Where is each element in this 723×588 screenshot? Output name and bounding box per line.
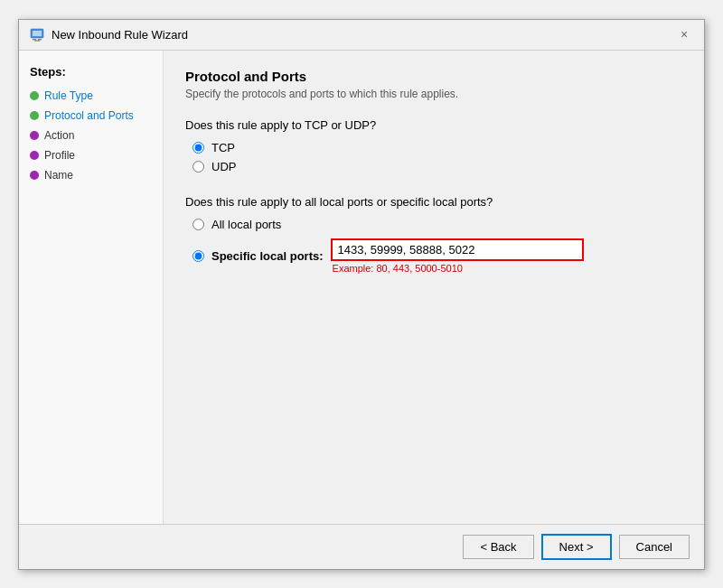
specific-ports-option[interactable]: Specific local ports:	[192, 249, 324, 263]
specific-ports-label: Specific local ports:	[211, 249, 324, 263]
protocol-radio-group: TCP UDP	[185, 141, 682, 173]
titlebar: New Inbound Rule Wizard ×	[19, 20, 704, 51]
titlebar-left: New Inbound Rule Wizard	[30, 27, 188, 42]
ports-section: Does this rule apply to all local ports …	[185, 195, 682, 274]
sidebar-item-rule-type[interactable]: Rule Type	[19, 86, 163, 106]
svg-rect-4	[34, 41, 40, 42]
step-indicator-rule-type	[30, 91, 39, 100]
svg-rect-3	[38, 39, 42, 41]
tcp-radio[interactable]	[192, 142, 204, 154]
sidebar-label-action: Action	[44, 129, 74, 142]
ports-question: Does this rule apply to all local ports …	[185, 195, 682, 209]
sidebar-item-name[interactable]: Name	[19, 165, 163, 185]
all-local-radio[interactable]	[192, 219, 204, 230]
footer: < Back Next > Cancel	[19, 524, 704, 569]
tcp-option[interactable]: TCP	[192, 141, 682, 154]
step-indicator-profile	[30, 151, 39, 160]
udp-label: UDP	[211, 160, 236, 173]
next-button[interactable]: Next >	[541, 534, 612, 560]
cancel-button[interactable]: Cancel	[619, 535, 690, 559]
step-indicator-protocol-ports	[30, 111, 39, 120]
main-panel: Protocol and Ports Specify the protocols…	[164, 51, 704, 524]
step-indicator-name	[30, 171, 39, 180]
page-subtitle: Specify the protocols and ports to which…	[185, 88, 682, 100]
sidebar-item-protocol-ports[interactable]: Protocol and Ports	[19, 106, 163, 126]
close-button[interactable]: ×	[675, 25, 693, 43]
ports-input-wrapper: Example: 80, 443, 5000-5010	[331, 238, 584, 274]
sidebar-label-profile: Profile	[44, 149, 75, 162]
wizard-icon	[30, 27, 44, 42]
titlebar-title: New Inbound Rule Wizard	[52, 28, 188, 42]
page-title: Protocol and Ports	[185, 69, 682, 84]
sidebar-label-protocol-ports: Protocol and Ports	[44, 109, 134, 122]
specific-ports-row: Specific local ports: Example: 80, 443, …	[192, 238, 682, 274]
content-area: Steps: Rule Type Protocol and Ports Acti…	[19, 51, 704, 524]
svg-rect-2	[33, 39, 36, 41]
ports-input[interactable]	[331, 238, 584, 261]
protocol-question: Does this rule apply to TCP or UDP?	[185, 118, 682, 132]
back-button[interactable]: < Back	[463, 535, 533, 559]
sidebar: Steps: Rule Type Protocol and Ports Acti…	[19, 51, 164, 524]
sidebar-item-profile[interactable]: Profile	[19, 145, 163, 165]
udp-radio[interactable]	[192, 161, 204, 173]
udp-option[interactable]: UDP	[192, 160, 682, 173]
tcp-label: TCP	[211, 141, 235, 154]
ports-example: Example: 80, 443, 5000-5010	[331, 263, 584, 274]
all-local-label: All local ports	[211, 218, 281, 231]
all-local-ports-option[interactable]: All local ports	[192, 218, 682, 231]
svg-rect-1	[33, 31, 42, 36]
sidebar-item-action[interactable]: Action	[19, 126, 163, 145]
step-indicator-action	[30, 131, 39, 140]
sidebar-header: Steps:	[19, 61, 163, 86]
specific-ports-radio[interactable]	[192, 250, 204, 262]
ports-radio-group: All local ports Specific local ports: Ex…	[185, 218, 682, 274]
sidebar-label-name: Name	[44, 169, 73, 182]
dialog-window: New Inbound Rule Wizard × Steps: Rule Ty…	[18, 19, 705, 570]
sidebar-label-rule-type: Rule Type	[44, 89, 93, 102]
